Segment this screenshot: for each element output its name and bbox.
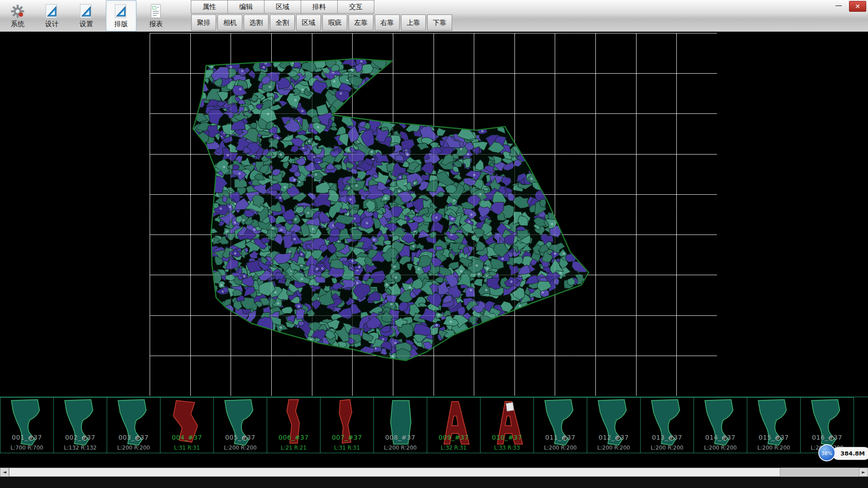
part-thumbnail[interactable]: 007_#37 L:31 R:31 bbox=[321, 397, 374, 453]
part-thumbnail[interactable]: 012_#37 L:200 R:200 bbox=[587, 397, 641, 453]
set-square-icon bbox=[78, 3, 94, 19]
nesting-canvas[interactable] bbox=[150, 33, 717, 396]
app-button[interactable]: 报表 bbox=[141, 0, 171, 32]
part-shape bbox=[214, 398, 267, 451]
part-shape bbox=[534, 398, 587, 451]
part-shape bbox=[107, 398, 160, 451]
part-name: 007_#37 bbox=[321, 434, 373, 441]
part-shape bbox=[481, 398, 533, 451]
part-thumbnail[interactable]: 002_#37 L:132 R:132 bbox=[54, 397, 107, 453]
part-name: 003_#37 bbox=[107, 434, 160, 441]
part-counts: L:200 R:200 bbox=[374, 445, 427, 451]
app-button[interactable]: 设计 bbox=[37, 0, 67, 32]
part-name: 011_#37 bbox=[534, 434, 587, 441]
part-counts: L:200 R:200 bbox=[214, 445, 267, 451]
tool-button[interactable]: 区域 bbox=[296, 14, 321, 31]
part-name: 009_#37 bbox=[427, 434, 480, 441]
bottom-filler bbox=[0, 477, 868, 488]
part-shape bbox=[587, 398, 640, 451]
app-switcher: 系统 设计 设置 排版 报表 bbox=[3, 0, 171, 32]
app-button[interactable]: 设置 bbox=[71, 0, 101, 32]
menu-tab-bar: 属性 编辑 区域 排料 交互 bbox=[191, 0, 374, 14]
part-name: 016_#37 bbox=[801, 434, 854, 441]
part-counts: L:200 R:200 bbox=[107, 445, 160, 451]
report-icon bbox=[148, 3, 164, 19]
part-counts: L:200 R:200 bbox=[534, 445, 587, 451]
part-shape bbox=[54, 398, 107, 451]
part-name: 013_#37 bbox=[641, 434, 693, 441]
tool-button[interactable]: 聚排 bbox=[191, 14, 216, 31]
app-button[interactable]: 系统 bbox=[3, 0, 33, 32]
gear-icon bbox=[9, 3, 26, 19]
part-counts: L:200 R:200 bbox=[641, 445, 693, 451]
close-button[interactable]: ✕ bbox=[849, 1, 866, 12]
part-counts: L:31 R:31 bbox=[160, 445, 213, 451]
parts-strip: 001_#37 L:700 R:700 002_#37 L:132 R:132 … bbox=[0, 397, 868, 453]
tool-button[interactable]: 上靠 bbox=[401, 14, 426, 31]
app-button[interactable]: 排版 bbox=[106, 0, 137, 32]
canvas-viewport bbox=[0, 32, 868, 397]
scroll-right-arrow-icon[interactable]: ► bbox=[859, 468, 868, 477]
part-counts: L:200 R:200 bbox=[694, 445, 747, 451]
app-label: 报表 bbox=[149, 20, 163, 28]
progress-badge: 38% bbox=[818, 444, 835, 461]
horizontal-scrollbar[interactable]: ◄ ► bbox=[0, 468, 868, 477]
part-thumbnail[interactable]: 010_#37 L:33 R:33 bbox=[481, 397, 534, 453]
app-label: 设计 bbox=[45, 20, 59, 28]
part-name: 012_#37 bbox=[587, 434, 640, 441]
part-thumbnail[interactable]: 013_#37 L:200 R:200 bbox=[641, 397, 694, 453]
part-thumbnail[interactable]: 001_#37 L:700 R:700 bbox=[0, 397, 54, 453]
part-thumbnail[interactable]: 008_#37 L:200 R:200 bbox=[374, 397, 427, 453]
part-counts: L:132 R:132 bbox=[54, 445, 107, 451]
part-thumbnail[interactable]: 015_#37 L:200 R:200 bbox=[747, 397, 801, 453]
part-name: 015_#37 bbox=[747, 434, 800, 441]
tool-button[interactable]: 选割 bbox=[244, 14, 269, 31]
part-counts: L:700 R:700 bbox=[0, 445, 53, 451]
part-counts: L:32 R:31 bbox=[427, 445, 480, 451]
menu-tab[interactable]: 交互 bbox=[337, 0, 374, 14]
part-shape bbox=[374, 398, 427, 451]
part-name: 008_#37 bbox=[374, 434, 427, 441]
part-name: 005_#37 bbox=[214, 434, 267, 441]
part-shape bbox=[694, 398, 747, 451]
part-name: 010_#37 bbox=[481, 434, 533, 441]
scrollbar-thumb[interactable] bbox=[9, 468, 780, 477]
part-counts: L:200 R:200 bbox=[747, 445, 800, 451]
part-thumbnail[interactable]: 003_#37 L:200 R:200 bbox=[107, 397, 160, 453]
part-shape bbox=[267, 398, 320, 451]
window-controls: — ✕ bbox=[832, 1, 866, 12]
part-shape bbox=[641, 398, 693, 451]
part-counts: L:200 R:200 bbox=[587, 445, 640, 451]
tool-button[interactable]: 全割 bbox=[270, 14, 295, 31]
part-shape bbox=[0, 398, 53, 451]
part-counts: L:21 R:21 bbox=[267, 445, 320, 451]
part-thumbnail[interactable]: 004_#37 L:31 R:31 bbox=[160, 397, 214, 453]
menu-tab[interactable]: 属性 bbox=[191, 0, 228, 14]
menu-tab[interactable]: 排料 bbox=[301, 0, 338, 14]
part-name: 002_#37 bbox=[54, 434, 107, 441]
part-thumbnail[interactable]: 005_#37 L:200 R:200 bbox=[214, 397, 267, 453]
part-name: 006_#37 bbox=[267, 434, 320, 441]
part-thumbnail[interactable]: 009_#37 L:32 R:31 bbox=[427, 397, 481, 453]
minimize-button[interactable]: — bbox=[832, 1, 845, 11]
part-name: 014_#37 bbox=[694, 434, 747, 441]
part-thumbnail[interactable]: 014_#37 L:200 R:200 bbox=[694, 397, 747, 453]
scroll-left-arrow-icon[interactable]: ◄ bbox=[0, 468, 9, 477]
tool-button[interactable]: 下靠 bbox=[427, 14, 452, 31]
app-label: 系统 bbox=[11, 20, 24, 28]
part-thumbnail[interactable]: 006_#37 L:21 R:21 bbox=[267, 397, 321, 453]
part-shape bbox=[321, 398, 373, 451]
tool-button[interactable]: 相机 bbox=[217, 14, 242, 31]
tool-button[interactable]: 右靠 bbox=[375, 14, 400, 31]
part-shape bbox=[747, 398, 800, 451]
tool-bar: 聚排 相机 选割 全割 区域 瑕疵 左靠 右靠 上靠 下靠 bbox=[191, 14, 452, 31]
menu-tab[interactable]: 区域 bbox=[264, 0, 301, 14]
part-thumbnail[interactable]: 011_#37 L:200 R:200 bbox=[534, 397, 587, 453]
tool-button[interactable]: 左靠 bbox=[349, 14, 373, 31]
part-shape bbox=[427, 398, 480, 451]
set-square-icon bbox=[113, 3, 129, 19]
memory-badge: 384.8M bbox=[832, 447, 868, 460]
tool-button[interactable]: 瑕疵 bbox=[322, 14, 347, 31]
menu-tab[interactable]: 编辑 bbox=[227, 0, 264, 14]
part-name: 004_#37 bbox=[160, 434, 213, 441]
